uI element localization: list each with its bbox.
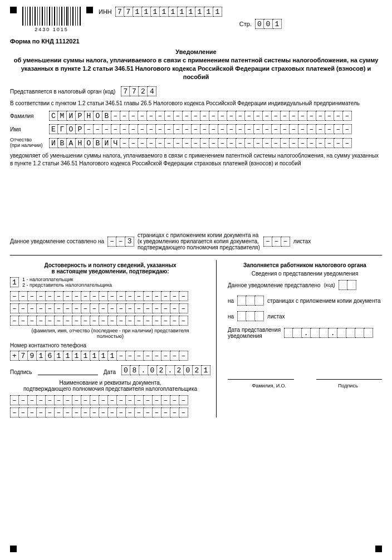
- r-code-cells: [339, 280, 356, 290]
- declarer-kind-cell: 1: [10, 277, 19, 287]
- doc-title: Уведомлениеоб уменьшении суммы налога, у…: [10, 48, 382, 81]
- marker-bottom-left: [10, 546, 17, 552]
- r-sign-line: [316, 372, 383, 380]
- r-c: на: [228, 313, 234, 320]
- r-c2: листах: [267, 313, 285, 320]
- date-cells: 08.02.2021: [121, 365, 210, 375]
- marker-top-left: [10, 7, 17, 13]
- marker-top-mid: [86, 7, 93, 13]
- sign-label: Подпись: [10, 369, 32, 375]
- doc-row-1: [10, 395, 210, 405]
- tax-authority-cells: 7724: [121, 86, 156, 96]
- preamble: В соответствии с пунктом 1.2 статьи 346.…: [10, 100, 382, 107]
- sheets-cells: [263, 237, 290, 247]
- marker-bottom-right: [375, 546, 382, 552]
- patronymic-cells: ИВАНОВИЧ: [49, 138, 352, 148]
- name-label: Имя: [10, 126, 43, 132]
- pages-label-b: страницах с приложением копии документа …: [138, 232, 260, 250]
- inn-label: ИНН: [99, 8, 112, 15]
- surname-cells: СМИРНОВ: [49, 111, 352, 121]
- rep-name-row-3: [10, 316, 210, 326]
- rep-note: (фамилия, имя, отчество (последнее - при…: [10, 328, 210, 339]
- right-heading: Заполняется работником налогового органа: [228, 262, 382, 268]
- r-fio-line: [228, 372, 294, 380]
- r-sheets-cells: [237, 311, 264, 321]
- surname-label: Фамилия: [10, 113, 43, 119]
- r-sign-label: Подпись: [338, 383, 358, 389]
- r-b: на: [228, 298, 234, 304]
- right-sub: Сведения о представлении уведомления: [228, 271, 382, 277]
- phone-label: Номер контактного телефона: [10, 342, 210, 348]
- r-a: Данное уведомление представлено: [228, 282, 321, 288]
- phone-cells: +79161111111: [10, 351, 210, 361]
- inn-cells: 771111111111: [115, 7, 222, 17]
- pages-label-a: Данное уведомление составлено на: [10, 238, 104, 244]
- patronymic-label: Отчество(при наличии): [10, 137, 43, 149]
- r-b2: страницах с приложением копии документа: [267, 298, 380, 304]
- declares-text: уведомляет об уменьшении суммы налога, у…: [10, 152, 382, 168]
- page-cells: 001: [255, 19, 282, 29]
- tax-authority-label: Представляется в налоговый орган (код): [10, 89, 115, 95]
- rep-name-row-1: [10, 291, 210, 301]
- declarer-kind-options: 1 - налогоплательщик 2 - представитель н…: [22, 277, 112, 288]
- name-cells: ЕГОР: [49, 124, 352, 134]
- r-date-cells: ..: [284, 328, 373, 338]
- r-d: Дата представления уведомления: [228, 327, 281, 339]
- r-code: (код): [324, 282, 335, 288]
- barcode: 2430 1015: [22, 7, 81, 32]
- r-pages-cells: [237, 296, 264, 306]
- pages-cells: 3: [107, 237, 134, 247]
- left-heading: Достоверность и полноту сведений, указан…: [10, 262, 210, 274]
- form-code: Форма по КНД 1112021: [10, 38, 382, 45]
- sign-line: [38, 368, 98, 375]
- r-fio-label: Фамилия, И.О.: [252, 383, 286, 389]
- pages-label-c: листах: [293, 238, 311, 244]
- barcode-numbers: 2430 1015: [35, 27, 68, 32]
- rep-name-row-2: [10, 303, 210, 313]
- page-label: Стр.: [239, 21, 252, 27]
- doc-heading: Наименование и реквизиты документа, подт…: [10, 380, 210, 392]
- doc-row-2: [10, 407, 210, 417]
- date-label: Дата: [104, 369, 116, 375]
